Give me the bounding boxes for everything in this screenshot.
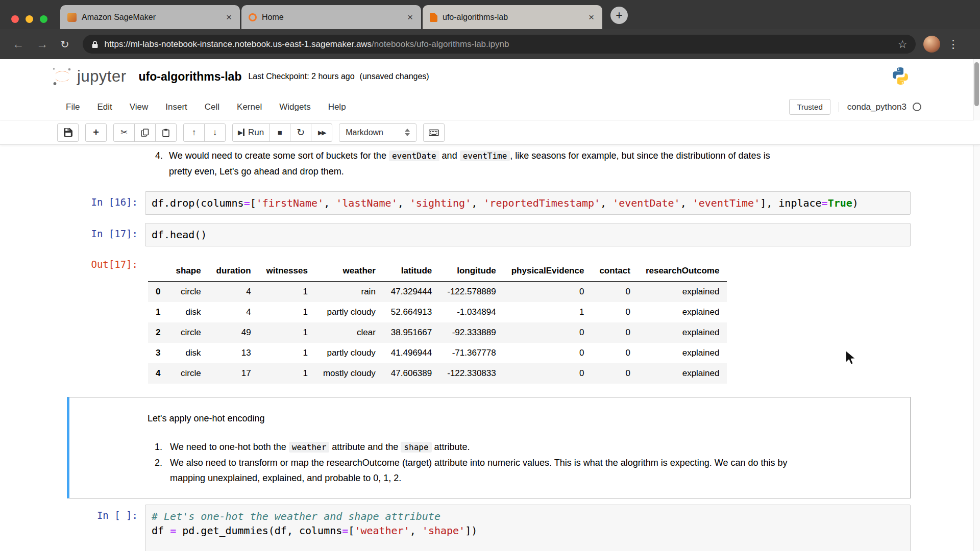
bookmark-star-icon[interactable]: ☆ xyxy=(898,38,908,51)
menu-edit[interactable]: Edit xyxy=(88,99,120,115)
row-index-cell: 1 xyxy=(148,302,168,322)
code-token: True xyxy=(828,197,852,209)
code-line xyxy=(152,538,904,551)
table-cell: 0 xyxy=(504,322,592,343)
tab-close-icon[interactable]: × xyxy=(587,12,595,22)
code-token: # Let's one-hot the weather and shape at… xyxy=(152,510,440,522)
row-index-cell: 2 xyxy=(148,322,168,343)
url-text[interactable]: https://ml-labs-notebook-instance.notebo… xyxy=(105,39,892,49)
notebook-title[interactable]: ufo-algorithms-lab xyxy=(139,70,242,84)
code-token: [ xyxy=(250,197,256,209)
tab-title: Home xyxy=(262,13,401,22)
code-input-area[interactable]: df.head() xyxy=(145,223,911,246)
code-cell-17[interactable]: In [17]: df.head() xyxy=(0,219,980,251)
tab-amazon-sagemaker[interactable]: Amazon SageMaker × xyxy=(60,5,240,29)
tab-close-icon[interactable]: × xyxy=(406,12,414,22)
tab-home[interactable]: Home × xyxy=(241,5,421,29)
move-cell-up-button[interactable]: ↑ xyxy=(183,123,205,142)
menu-help[interactable]: Help xyxy=(320,99,355,115)
run-label: Run xyxy=(248,128,264,138)
menu-cell[interactable]: Cell xyxy=(196,99,228,115)
code-token: , xyxy=(600,197,612,209)
table-row: 3disk131partly cloudy41.496944-71.367778… xyxy=(148,343,727,363)
browser-toolbar: ← → ↻ https://ml-labs-notebook-instance.… xyxy=(0,29,980,59)
notebook-favicon-icon xyxy=(430,13,437,22)
table-row: 4circle171mostly cloudy47.606389-122.330… xyxy=(148,363,727,384)
move-cell-down-button[interactable]: ↓ xyxy=(204,123,226,142)
cell-type-select[interactable]: Markdown xyxy=(339,123,416,142)
code-cell-blank[interactable]: In [ ]: # Let's one-hot the weather and … xyxy=(0,500,980,551)
code-line: df.drop(columns=['firstName', 'lastName'… xyxy=(152,196,904,210)
code-token: , xyxy=(680,197,693,209)
code-input-area[interactable]: # Let's one-hot the weather and shape at… xyxy=(145,505,911,551)
menu-view[interactable]: View xyxy=(121,99,157,115)
list-marker: 2. xyxy=(155,455,170,486)
menu-file[interactable]: File xyxy=(57,99,88,115)
code-token: pd.get_dummies(df, columns xyxy=(176,524,342,537)
table-cell: circle xyxy=(168,282,208,303)
table-header-cell: researchOutcome xyxy=(638,261,727,282)
table-cell: clear xyxy=(315,322,383,343)
scrollbar-thumb[interactable] xyxy=(974,62,979,106)
jupyter-logo[interactable]: jupyter xyxy=(51,65,127,88)
notebook-menubar: File Edit View Insert Cell Kernel Widget… xyxy=(0,94,980,120)
add-cell-button[interactable]: + xyxy=(85,123,107,142)
browser-menu-icon[interactable]: ⋮ xyxy=(948,38,959,51)
menu-kernel[interactable]: Kernel xyxy=(228,99,271,115)
menu-insert[interactable]: Insert xyxy=(157,99,196,115)
tab-title: ufo-algorithms-lab xyxy=(443,13,582,22)
cut-cell-button[interactable]: ✂ xyxy=(113,123,135,142)
markdown-cell-onehot-selected[interactable]: Let's apply one-hot encoding 1. We need … xyxy=(67,397,911,498)
table-header-cell: contact xyxy=(592,261,638,282)
window-zoom-button[interactable] xyxy=(40,15,47,23)
code-token: = xyxy=(170,524,176,537)
lock-icon xyxy=(91,40,99,48)
forward-icon[interactable]: → xyxy=(36,38,48,50)
tab-close-icon[interactable]: × xyxy=(225,12,233,22)
copy-icon xyxy=(141,129,149,137)
new-tab-button[interactable]: + xyxy=(610,7,628,24)
tab-ufo-algorithms-lab[interactable]: ufo-algorithms-lab × xyxy=(423,5,602,29)
window-minimize-button[interactable] xyxy=(26,15,33,23)
window-close-button[interactable] xyxy=(11,15,19,23)
paste-cell-button[interactable] xyxy=(155,123,177,142)
table-cell: 1 xyxy=(259,282,315,303)
code-token: , xyxy=(471,197,483,209)
table-row: 0circle41rain47.329444-122.57888900expla… xyxy=(148,282,727,303)
code-cell-16[interactable]: In [16]: df.drop(columns=['firstName', '… xyxy=(0,187,980,219)
table-cell: partly cloudy xyxy=(315,343,383,363)
run-button[interactable]: ▶ Run xyxy=(232,123,270,142)
unsaved-changes-status: (unsaved changes) xyxy=(360,72,429,81)
interrupt-kernel-button[interactable]: ■ xyxy=(269,123,290,142)
profile-avatar[interactable] xyxy=(923,36,940,53)
reload-icon[interactable]: ↻ xyxy=(60,39,69,49)
sagemaker-favicon-icon xyxy=(67,13,77,22)
table-cell: -71.367778 xyxy=(439,343,503,363)
row-index-cell: 3 xyxy=(148,343,168,363)
table-cell: 0 xyxy=(592,282,638,303)
keyboard-icon xyxy=(429,129,439,137)
table-cell: circle xyxy=(168,322,208,343)
restart-kernel-button[interactable]: ↻ xyxy=(290,123,311,142)
markdown-cell-buckets[interactable]: 4. We would need to create some sort of … xyxy=(0,145,980,179)
restart-run-all-button[interactable]: ▶▶ xyxy=(311,123,332,142)
code-input-area[interactable]: df.drop(columns=['firstName', 'lastName'… xyxy=(145,191,911,215)
code-token: 'sighting' xyxy=(410,197,471,209)
trusted-badge[interactable]: Trusted xyxy=(789,99,830,115)
input-prompt: In [ ]: xyxy=(0,505,145,551)
jupyter-favicon-icon xyxy=(249,13,257,21)
table-cell: 47.606389 xyxy=(383,363,439,384)
address-bar[interactable]: https://ml-labs-notebook-instance.notebo… xyxy=(83,35,916,54)
menu-widgets[interactable]: Widgets xyxy=(271,99,319,115)
table-cell: 4 xyxy=(209,302,259,322)
table-cell: -122.330833 xyxy=(439,363,503,384)
save-button[interactable] xyxy=(57,123,79,142)
copy-cell-button[interactable] xyxy=(134,123,156,142)
table-header-row: shapedurationwitnessesweatherlatitudelon… xyxy=(148,261,727,282)
table-header-cell: shape xyxy=(168,261,208,282)
table-cell: 0 xyxy=(504,282,592,303)
menu-right: Trusted conda_python3 xyxy=(789,99,921,115)
command-palette-button[interactable] xyxy=(423,123,445,142)
back-icon[interactable]: ← xyxy=(12,38,24,50)
table-cell: 0 xyxy=(592,363,638,384)
